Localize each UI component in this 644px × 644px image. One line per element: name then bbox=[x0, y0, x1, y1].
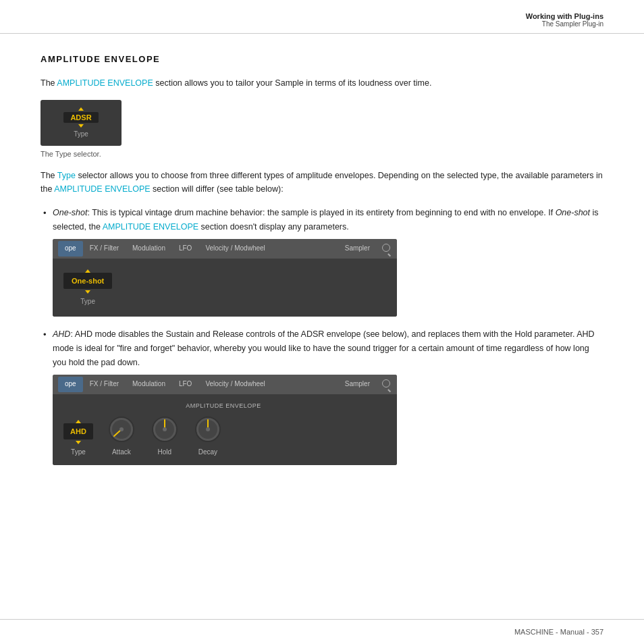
type-control-label: Type bbox=[71, 447, 86, 458]
hold-control: Hold bbox=[150, 414, 180, 458]
type-selector-label: ADSR bbox=[63, 112, 98, 123]
svg-point-11 bbox=[206, 427, 210, 431]
type-sub-label: Type bbox=[74, 130, 88, 138]
type-selector-image-area: ADSR Type bbox=[41, 100, 128, 146]
ahd-plugin-body: AMPLITUDE ENVELOPE AHD bbox=[53, 394, 397, 465]
type-control: AHD Type bbox=[63, 420, 93, 458]
intro-paragraph: The AMPLITUDE ENVELOPE section allows yo… bbox=[41, 76, 603, 90]
footer-text: MASCHINE - Manual - 357 bbox=[514, 628, 603, 636]
search-icon bbox=[382, 244, 392, 253]
oneshot-label-box: One-shot bbox=[63, 273, 112, 289]
nav-right: Sampler bbox=[338, 241, 392, 257]
ahd-italic-label: AHD bbox=[53, 329, 70, 339]
arrow-up-icon bbox=[78, 107, 84, 111]
ahd-nav-lfo: LFO bbox=[172, 377, 198, 392]
ahd-controls-row: AHD Type bbox=[63, 414, 383, 458]
ahd-type-selector: AHD bbox=[63, 420, 93, 444]
attack-label: Attack bbox=[112, 447, 131, 458]
decay-knob bbox=[193, 414, 223, 444]
search-handle bbox=[387, 253, 391, 257]
bullet-oneshot: One-shot: This is typical vintage drum m… bbox=[41, 206, 603, 317]
ahd-nav: ope FX / Filter Modulation LFO Velocity … bbox=[53, 375, 397, 394]
oneshot-plugin-body: One-shot Type bbox=[53, 259, 397, 317]
arrow-down-icon bbox=[78, 124, 84, 128]
ahd-nav-right: Sampler bbox=[338, 377, 392, 392]
ahd-nav-ope: ope bbox=[58, 377, 83, 392]
decay-control: Decay bbox=[193, 414, 223, 458]
ahd-nav-fx-filter: FX / Filter bbox=[83, 377, 126, 392]
nav-fx-filter: FX / Filter bbox=[83, 241, 126, 257]
oneshot-screenshot: ope FX / Filter Modulation LFO Velocity … bbox=[53, 239, 397, 317]
nav-modulation: Modulation bbox=[126, 241, 172, 257]
ahd-text: : AHD mode disables the Sustain and Rele… bbox=[53, 329, 595, 367]
header-title: Working with Plug-ins bbox=[41, 12, 603, 20]
hold-knob bbox=[150, 414, 180, 444]
ahd-nav-sampler: Sampler bbox=[338, 377, 377, 392]
nav-velocity: Velocity / Modwheel bbox=[198, 241, 271, 257]
page: Working with Plug-ins The Sampler Plug-i… bbox=[0, 0, 644, 644]
type-desc-highlight2: AMPLITUDE ENVELOPE bbox=[54, 184, 150, 194]
oneshot-type-selector: One-shot Type bbox=[63, 269, 112, 308]
type-description: The Type selector allows you to choose f… bbox=[41, 169, 603, 196]
attack-knob-svg bbox=[107, 414, 136, 444]
type-selector-text: ADSR bbox=[70, 113, 91, 122]
ahd-label-box: AHD bbox=[63, 423, 93, 439]
section-title: Amplitude Envelope bbox=[41, 54, 603, 67]
type-selector-box: ADSR Type bbox=[41, 100, 122, 146]
ahd-screenshot: ope FX / Filter Modulation LFO Velocity … bbox=[53, 375, 397, 465]
type-selector-arrows bbox=[78, 107, 84, 111]
hold-label: Hold bbox=[158, 447, 172, 458]
ahd-search-circle bbox=[382, 379, 390, 387]
header-subtitle: The Sampler Plug-in bbox=[41, 20, 603, 28]
ahd-nav-velocity: Velocity / Modwheel bbox=[198, 377, 271, 392]
main-content: Amplitude Envelope The AMPLITUDE ENVELOP… bbox=[0, 34, 644, 503]
svg-point-3 bbox=[119, 427, 124, 431]
header: Working with Plug-ins The Sampler Plug-i… bbox=[0, 0, 644, 34]
hold-knob-svg bbox=[150, 414, 180, 444]
type-desc-before: The bbox=[41, 171, 57, 180]
footer: MASCHINE - Manual - 357 bbox=[0, 619, 644, 644]
ahd-search-handle bbox=[387, 389, 391, 392]
intro-highlight: AMPLITUDE ENVELOPE bbox=[57, 78, 153, 88]
ahd-section-label: AMPLITUDE ENVELOPE bbox=[63, 401, 383, 411]
oneshot-arrow-up bbox=[85, 269, 90, 273]
nav-ope: ope bbox=[58, 241, 83, 257]
decay-label: Decay bbox=[198, 447, 217, 458]
oneshot-highlight: AMPLITUDE ENVE­LOPE bbox=[103, 222, 198, 232]
nav-sampler: Sampler bbox=[338, 241, 377, 257]
oneshot-nav: ope FX / Filter Modulation LFO Velocity … bbox=[53, 239, 397, 259]
ahd-down-arrows bbox=[76, 441, 81, 444]
type-desc-after: section will differ (see table below): bbox=[151, 184, 284, 194]
ahd-search-icon bbox=[382, 379, 392, 389]
intro-after: section allows you to tailor your Sample… bbox=[153, 78, 432, 88]
ahd-nav-modulation: Modulation bbox=[126, 377, 172, 392]
decay-knob-svg bbox=[193, 414, 223, 444]
type-selector-caption: The Type selector. bbox=[41, 150, 603, 158]
type-selector-down-arrows bbox=[78, 124, 84, 128]
search-circle bbox=[382, 244, 390, 252]
bullet-list: One-shot: This is typical vintage drum m… bbox=[41, 206, 603, 465]
intro-before: The bbox=[41, 78, 57, 88]
oneshot-type-sub: Type bbox=[80, 296, 95, 308]
type-desc-highlight: Type bbox=[57, 171, 76, 180]
nav-lfo: LFO bbox=[172, 241, 198, 257]
bullet-ahd: AHD: AHD mode disables the Sustain and R… bbox=[41, 327, 603, 465]
oneshot-italic2: One-shot bbox=[556, 208, 590, 217]
attack-control: Attack bbox=[107, 414, 136, 458]
attack-knob bbox=[107, 414, 136, 444]
oneshot-text1: : This is typical vintage drum machine b… bbox=[87, 208, 555, 217]
svg-point-7 bbox=[163, 427, 167, 431]
oneshot-italic-label: One-shot bbox=[53, 208, 87, 217]
oneshot-arrow-down bbox=[85, 290, 90, 294]
oneshot-text3: section doesn't display any parameters. bbox=[198, 222, 349, 232]
ahd-arrow-down bbox=[76, 441, 81, 444]
